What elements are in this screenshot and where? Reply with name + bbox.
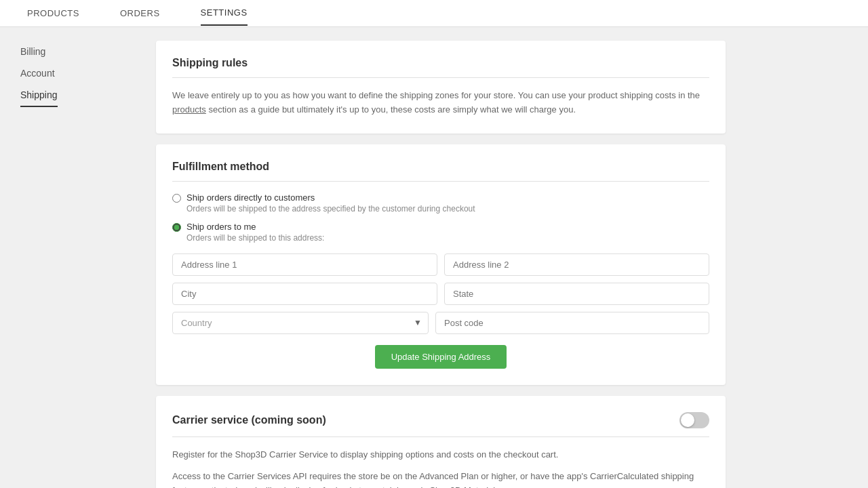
fulfillment-option-2: Ship orders to me Orders will be shipped… xyxy=(172,222,709,243)
address-row-2 xyxy=(172,283,709,305)
address-form: Country United States United Kingdom Can… xyxy=(172,253,709,369)
fulfillment-option1-label: Ship orders directly to customers xyxy=(186,192,475,203)
address-line2-input[interactable] xyxy=(444,253,709,276)
fulfillment-card: Fulfillment method Ship orders directly … xyxy=(156,144,726,385)
fulfillment-option2-sublabel: Orders will be shipped to this address: xyxy=(186,233,324,243)
address-row-1 xyxy=(172,253,709,276)
country-select-wrapper: Country United States United Kingdom Can… xyxy=(172,312,429,334)
top-navigation: PRODUCTS ORDERS SETTINGS xyxy=(0,0,868,27)
carrier-toggle[interactable] xyxy=(679,412,709,428)
sidebar: Billing Account Shipping xyxy=(0,27,136,488)
state-input[interactable] xyxy=(444,283,709,305)
carrier-description-1: Register for the Shop3D Carrier Service … xyxy=(172,448,709,462)
fulfillment-options: Ship orders directly to customers Orders… xyxy=(172,192,709,243)
carrier-card: Carrier service (coming soon) Register f… xyxy=(156,396,726,488)
country-select[interactable]: Country United States United Kingdom Can… xyxy=(172,312,429,334)
products-link[interactable]: products xyxy=(172,104,206,115)
nav-products[interactable]: PRODUCTS xyxy=(27,1,79,25)
fulfillment-option1-sublabel: Orders will be shipped to the address sp… xyxy=(186,204,475,214)
toggle-knob xyxy=(681,413,694,427)
sidebar-item-shipping[interactable]: Shipping xyxy=(20,84,58,107)
sidebar-item-billing[interactable]: Billing xyxy=(0,41,136,62)
shipping-rules-title: Shipping rules xyxy=(172,57,709,78)
carrier-description-2: Access to the Carrier Services API requi… xyxy=(172,470,709,488)
city-input[interactable] xyxy=(172,283,437,305)
fulfillment-option-1: Ship orders directly to customers Orders… xyxy=(172,192,709,214)
carrier-title: Carrier service (coming soon) xyxy=(172,414,326,426)
fulfillment-radio-customers[interactable] xyxy=(172,194,181,203)
main-content: Shipping rules We leave entirely up to y… xyxy=(136,27,746,488)
nav-orders[interactable]: ORDERS xyxy=(120,1,160,25)
address-row-3: Country United States United Kingdom Can… xyxy=(172,312,709,334)
postcode-input[interactable] xyxy=(435,312,709,334)
update-shipping-button[interactable]: Update Shipping Address xyxy=(375,345,507,369)
nav-settings[interactable]: SETTINGS xyxy=(201,1,248,26)
shipping-rules-description: We leave entirely up to you as how you w… xyxy=(172,89,709,117)
sidebar-item-account[interactable]: Account xyxy=(0,62,136,84)
fulfillment-radio-tome[interactable] xyxy=(172,223,181,232)
carrier-header: Carrier service (coming soon) xyxy=(172,412,709,437)
address-line1-input[interactable] xyxy=(172,253,437,276)
shipping-rules-card: Shipping rules We leave entirely up to y… xyxy=(156,41,726,134)
fulfillment-title: Fulfillment method xyxy=(172,161,709,182)
fulfillment-option2-label: Ship orders to me xyxy=(186,222,324,232)
